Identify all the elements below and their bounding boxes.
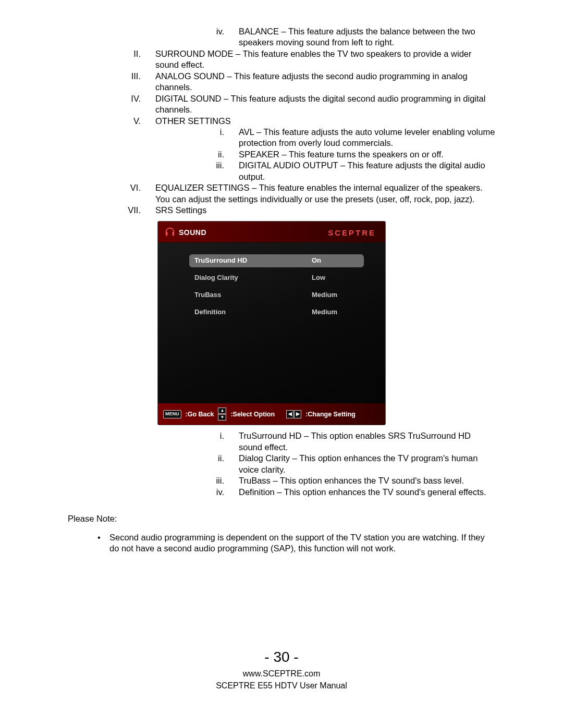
list-text: SPEAKER – This feature turns the speaker…: [239, 149, 495, 160]
list-number: IV.: [109, 93, 155, 116]
headphones-icon: [164, 227, 176, 238]
list-number: iv.: [193, 26, 239, 48]
page-number: - 30 -: [0, 647, 563, 667]
note-text: Second audio programming is dependent on…: [109, 532, 495, 554]
list-number: II.: [109, 48, 155, 71]
list-text: Definition – This option enhances the TV…: [239, 487, 495, 498]
select-option-label: :Select Option: [230, 410, 275, 418]
osd-option-trusurround[interactable]: TruSurround HD On: [189, 252, 375, 269]
list-number: ii.: [193, 453, 239, 475]
list-text: AVL – This feature adjusts the auto volu…: [239, 127, 495, 149]
list-text: EQUALIZER SETTINGS – This feature enable…: [155, 182, 495, 205]
list-number: VI.: [109, 182, 155, 205]
list-item: II. SURROUND MODE – This feature enables…: [109, 48, 495, 71]
list-item: i. AVL – This feature adjusts the auto v…: [193, 127, 495, 149]
up-down-icon: ▲ ▼: [218, 408, 226, 421]
bullet-icon: •: [89, 532, 109, 554]
footer-model: SCEPTRE E55 HDTV User Manual: [0, 680, 563, 692]
list-text: SURROUND MODE – This feature enables the…: [155, 48, 495, 71]
osd-header: SOUND SCEPTRE: [158, 221, 385, 243]
list-text: TruSurround HD – This option enables SRS…: [239, 430, 495, 453]
osd-option-trubass[interactable]: TruBass Medium: [189, 287, 375, 304]
option-label: TruSurround HD: [189, 254, 307, 267]
option-label: TruBass: [189, 289, 307, 302]
list-item: IV. DIGITAL SOUND – This feature adjusts…: [109, 93, 495, 116]
manual-page: iv. BALANCE – This feature adjusts the b…: [0, 0, 563, 728]
list-text: Dialog Clarity – This option enhances th…: [239, 453, 495, 475]
list-text: ANALOG SOUND – This feature adjusts the …: [155, 71, 495, 93]
osd-option-dialog-clarity[interactable]: Dialog Clarity Low: [189, 269, 375, 287]
list-number: ii.: [193, 149, 239, 160]
list-item: ii. SPEAKER – This feature turns the spe…: [193, 149, 495, 160]
list-item: VI. EQUALIZER SETTINGS – This feature en…: [109, 182, 495, 205]
list-item: III. ANALOG SOUND – This feature adjusts…: [109, 71, 495, 93]
list-number: V.: [109, 116, 155, 127]
list-text: DIGITAL SOUND – This feature adjusts the…: [155, 93, 495, 116]
osd-body: TruSurround HD On Dialog Clarity Low Tru…: [158, 243, 385, 403]
list-number: i.: [193, 127, 239, 149]
list-text: TruBass – This option enhances the TV so…: [239, 475, 495, 486]
osd-panel: SOUND SCEPTRE TruSurround HD On Dialog C…: [157, 221, 386, 425]
please-note-label: Please Note:: [68, 513, 495, 524]
menu-button-icon: MENU: [163, 410, 181, 418]
osd-option-definition[interactable]: Definition Medium: [189, 304, 375, 321]
list-item: iii. DIGITAL AUDIO OUTPUT – This feature…: [193, 160, 495, 182]
left-right-icon: ◀ ▶: [286, 410, 301, 418]
option-value: Medium: [307, 289, 364, 302]
go-back-label: :Go Back: [186, 410, 214, 418]
list-number: i.: [193, 430, 239, 453]
list-text: BALANCE – This feature adjusts the balan…: [239, 26, 495, 48]
list-number: III.: [109, 71, 155, 93]
option-value: Low: [307, 272, 364, 285]
footer-url: www.SCEPTRE.com: [0, 668, 563, 680]
list-text: SRS Settings: [155, 205, 495, 216]
option-value: On: [307, 254, 364, 267]
brand-logo: SCEPTRE: [328, 228, 376, 238]
change-setting-label: :Change Setting: [305, 410, 356, 418]
list-number: VII.: [109, 205, 155, 216]
page-footer: - 30 - www.SCEPTRE.com SCEPTRE E55 HDTV …: [0, 647, 563, 692]
list-number: iii.: [193, 475, 239, 486]
list-item: iv. BALANCE – This feature adjusts the b…: [193, 26, 495, 48]
list-item: i. TruSurround HD – This option enables …: [193, 430, 495, 453]
option-label: Dialog Clarity: [189, 272, 307, 285]
list-item: V. OTHER SETTINGS: [109, 116, 495, 127]
list-item: ii. Dialog Clarity – This option enhance…: [193, 453, 495, 475]
list-item: iv. Definition – This option enhances th…: [193, 487, 495, 498]
list-text: DIGITAL AUDIO OUTPUT – This feature adju…: [239, 160, 495, 182]
list-item: VII. SRS Settings: [109, 205, 495, 216]
note-bullet-item: • Second audio programming is dependent …: [89, 532, 495, 554]
list-number: iii.: [193, 160, 239, 182]
list-text: OTHER SETTINGS: [155, 116, 495, 127]
list-number: iv.: [193, 487, 239, 498]
option-label: Definition: [189, 306, 307, 319]
list-item: iii. TruBass – This option enhances the …: [193, 475, 495, 486]
osd-footer: MENU :Go Back ▲ ▼ :Select Option ◀ ▶ :Ch…: [158, 403, 385, 425]
osd-title: SOUND: [179, 228, 206, 237]
option-value: Medium: [307, 306, 364, 319]
